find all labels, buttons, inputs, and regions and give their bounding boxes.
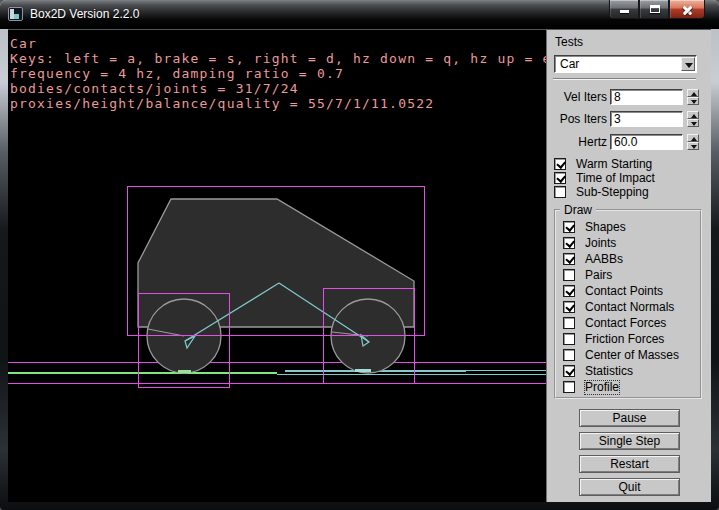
maximize-icon xyxy=(650,5,660,13)
contact-forces-label: Contact Forces xyxy=(585,317,666,330)
joints-checkbox[interactable] xyxy=(563,237,575,249)
body-stats: bodies/contacts/joints = 31/7/24 xyxy=(10,81,552,96)
minimize-button[interactable] xyxy=(609,0,639,19)
arrow-up-icon xyxy=(691,92,697,96)
separator xyxy=(553,78,696,80)
vel-iters-input[interactable] xyxy=(612,91,680,103)
contact-normals-checkbox[interactable] xyxy=(563,301,575,313)
warm-starting-label: Warm Starting xyxy=(576,158,652,171)
contact-point-right xyxy=(355,369,371,372)
title-bar[interactable]: Box2D Version 2.2.0 xyxy=(0,0,719,29)
hertz-row: Hertz xyxy=(547,134,712,150)
single-step-button[interactable]: Single Step xyxy=(579,432,680,450)
time-of-impact-label: Time of Impact xyxy=(576,172,655,185)
sub-stepping-option[interactable]: Sub-Stepping xyxy=(554,186,704,199)
debug-statistics-text: CarKeys: left = a, brake = s, right = d,… xyxy=(10,36,552,111)
center-of-masses-label: Center of Masses xyxy=(585,349,679,362)
vel-iters-row: Vel Iters xyxy=(547,89,712,105)
vel-iters-spin-up[interactable] xyxy=(687,89,699,97)
pos-iters-label: Pos Iters xyxy=(547,111,607,127)
keys-help: Keys: left = a, brake = s, right = d, hz… xyxy=(10,51,552,66)
sub-stepping-checkbox[interactable] xyxy=(554,186,566,198)
control-panel: Tests Car Vel Iters Pos Iters Hertz xyxy=(546,29,711,502)
draw-friction-forces-option[interactable]: Friction Forces xyxy=(563,333,698,346)
vel-iters-spinner xyxy=(687,89,699,105)
time-of-impact-checkbox[interactable] xyxy=(554,172,566,184)
restart-button[interactable]: Restart xyxy=(579,455,680,473)
shapes-checkbox[interactable] xyxy=(563,221,575,233)
hertz-spin-up[interactable] xyxy=(687,134,699,142)
maximize-button[interactable] xyxy=(639,0,669,19)
arrow-up-icon xyxy=(691,114,697,118)
statistics-checkbox[interactable] xyxy=(563,365,575,377)
arrow-down-icon xyxy=(691,145,697,149)
draw-profile-option[interactable]: Profile xyxy=(563,381,698,394)
aabbs-checkbox[interactable] xyxy=(563,253,575,265)
close-icon xyxy=(682,4,693,15)
contact-point-left xyxy=(178,370,191,373)
vel-iters-editbox xyxy=(610,89,683,105)
profile-checkbox[interactable] xyxy=(563,381,575,393)
pos-iters-row: Pos Iters xyxy=(547,111,712,127)
pause-button[interactable]: Pause xyxy=(579,409,680,427)
minimize-icon xyxy=(620,10,629,13)
pos-iters-spin-down[interactable] xyxy=(687,119,699,127)
sub-stepping-label: Sub-Stepping xyxy=(576,186,649,199)
joints-label: Joints xyxy=(585,237,616,250)
draw-statistics-option[interactable]: Statistics xyxy=(563,365,698,378)
arrow-down-icon xyxy=(691,100,697,104)
draw-shapes-option[interactable]: Shapes xyxy=(563,221,698,234)
tests-label: Tests xyxy=(555,35,583,49)
arrow-up-icon xyxy=(691,137,697,141)
hertz-label: Hertz xyxy=(547,134,607,150)
arrow-down-icon xyxy=(691,122,697,126)
close-button[interactable] xyxy=(669,0,705,19)
statistics-label: Statistics xyxy=(585,365,633,378)
draw-contact-normals-option[interactable]: Contact Normals xyxy=(563,301,698,314)
friction-forces-label: Friction Forces xyxy=(585,333,664,346)
physics-canvas[interactable]: CarKeys: left = a, brake = s, right = d,… xyxy=(8,29,546,502)
window-controls xyxy=(609,0,705,19)
contact-points-label: Contact Points xyxy=(585,285,663,298)
frequency-info: frequency = 4 hz, damping ratio = 0.7 xyxy=(10,66,552,81)
profile-label: Profile xyxy=(585,381,619,394)
draw-pairs-option[interactable]: Pairs xyxy=(563,269,698,282)
draw-aabbs-option[interactable]: AABBs xyxy=(563,253,698,266)
pos-iters-editbox xyxy=(610,111,683,127)
app-icon xyxy=(8,7,23,21)
pos-iters-spinner xyxy=(687,111,699,127)
contact-forces-checkbox[interactable] xyxy=(563,317,575,329)
contact-normals-label: Contact Normals xyxy=(585,301,674,314)
center-of-masses-checkbox[interactable] xyxy=(563,349,575,361)
pos-iters-spin-up[interactable] xyxy=(687,111,699,119)
draw-group-title: Draw xyxy=(560,203,596,217)
warm-starting-option[interactable]: Warm Starting xyxy=(554,158,704,171)
hertz-spin-down[interactable] xyxy=(687,142,699,150)
proxy-stats: proxies/height/balance/quality = 55/7/1/… xyxy=(10,96,552,111)
draw-contact-points-option[interactable]: Contact Points xyxy=(563,285,698,298)
draw-contact-forces-option[interactable]: Contact Forces xyxy=(563,317,698,330)
warm-starting-checkbox[interactable] xyxy=(554,158,566,170)
tests-dropdown[interactable]: Car xyxy=(554,55,697,73)
pairs-checkbox[interactable] xyxy=(563,269,575,281)
draw-center-of-masses-option[interactable]: Center of Masses xyxy=(563,349,698,362)
test-name: Car xyxy=(10,36,552,51)
vel-iters-label: Vel Iters xyxy=(547,89,607,105)
time-of-impact-option[interactable]: Time of Impact xyxy=(554,172,704,185)
tests-dropdown-value: Car xyxy=(560,57,579,72)
friction-forces-checkbox[interactable] xyxy=(563,333,575,345)
aabbs-label: AABBs xyxy=(585,253,623,266)
draw-joints-option[interactable]: Joints xyxy=(563,237,698,250)
vel-iters-spin-down[interactable] xyxy=(687,97,699,105)
shapes-label: Shapes xyxy=(585,221,626,234)
window-title: Box2D Version 2.2.0 xyxy=(30,0,139,28)
pos-iters-input[interactable] xyxy=(612,113,680,125)
tests-dropdown-button[interactable] xyxy=(681,57,695,71)
box2d-window: Box2D Version 2.2.0 xyxy=(0,0,719,510)
hertz-input[interactable] xyxy=(612,136,680,148)
hertz-editbox xyxy=(610,134,683,150)
chevron-down-icon xyxy=(685,63,693,68)
draw-group: Draw Shapes Joints AABBs Pairs Contact P… xyxy=(554,209,702,399)
quit-button[interactable]: Quit xyxy=(579,478,680,496)
contact-points-checkbox[interactable] xyxy=(563,285,575,297)
